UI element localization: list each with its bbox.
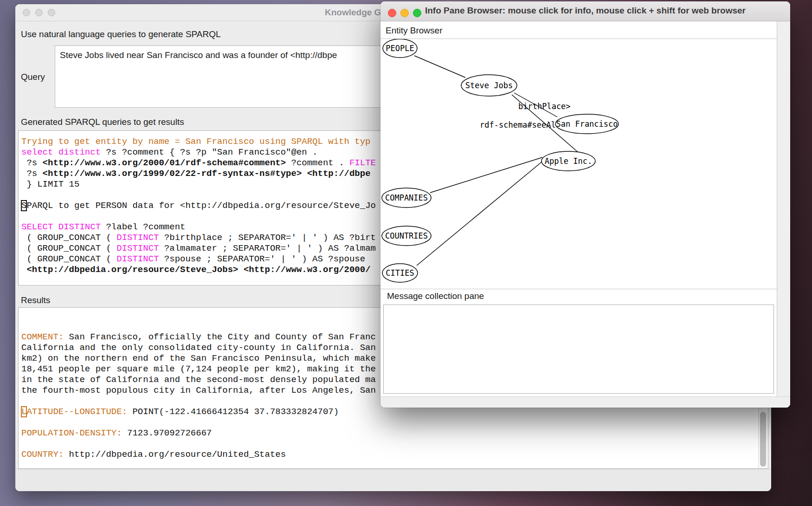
graph-node-people[interactable]: PEOPLE	[383, 39, 417, 58]
code-segment: ?birthplace ; SEPARATOR=' | ' ) AS ?birt	[159, 233, 375, 243]
results-section-label: Results	[21, 295, 50, 305]
graph-edge	[417, 160, 544, 266]
entity-browser-label: Entity Browser	[386, 26, 442, 36]
minimize-button-inactive[interactable]	[35, 9, 43, 16]
graph-edge	[430, 157, 542, 193]
right-gutter	[777, 21, 790, 408]
code-segment: FILTE	[349, 158, 376, 168]
sparql-section-label: Generated SPARQL queries to get results	[21, 117, 184, 127]
svg-text:San Francisco: San Francisco	[556, 119, 618, 129]
nl-query-section-label: Use natural language queries to generate…	[21, 29, 221, 39]
message-pane-label: Message collection pane	[387, 291, 484, 301]
info-pane-browser-window: PEOPLESteve JobsSan FranciscoApple Inc.C…	[380, 1, 790, 408]
graph-node-san-francisco[interactable]: San Francisco	[555, 114, 619, 134]
code-segment: DISTINCT	[116, 254, 159, 264]
code-segment: ?almamater ; SEPARATOR=' | ' ) AS ?almam	[159, 243, 375, 253]
code-segment: DISTINCT	[116, 233, 159, 243]
code-segment: San Francisco, officially the City and C…	[64, 332, 376, 342]
window-title: Info Pane Browser: mouse click for info,…	[380, 6, 790, 16]
close-button-inactive[interactable]	[23, 9, 30, 16]
code-segment: <http://www.w3.org/2000/01/rdf-schema#co…	[43, 158, 286, 168]
code-segment: DISTINCT	[116, 243, 159, 253]
svg-text:PEOPLE: PEOPLE	[386, 44, 414, 53]
code-segment: COMMENT:	[21, 332, 64, 342]
graph-edge-label: birthPlace>	[518, 102, 571, 111]
code-line: POPULATION-DENSITY: 7123.97092726667	[21, 428, 768, 439]
window-footer	[15, 469, 771, 491]
results-scrollbar-thumb[interactable]	[760, 412, 766, 467]
graph-edge-label: rdf-schema#seeAl	[480, 120, 556, 130]
code-segment: S	[21, 201, 26, 211]
code-segment: in the state of California and the secon…	[21, 375, 376, 385]
code-segment: <http://dbpe	[307, 169, 371, 179]
query-input-value: Steve Jobs lived near San Francisco and …	[60, 50, 337, 60]
code-line	[21, 417, 768, 428]
code-segment: } LIMIT 15	[21, 179, 79, 189]
svg-text:COMPANIES: COMPANIES	[385, 193, 428, 202]
code-segment: <http://dbpedia.org/resource/Steve_Jobs>…	[26, 265, 370, 275]
graph-edge	[414, 56, 465, 78]
svg-text:Apple Inc.: Apple Inc.	[545, 156, 592, 166]
code-segment: ?s	[21, 158, 43, 168]
code-segment: COUNTRY:	[21, 449, 64, 460]
code-line: COUNTRY: http://dbpedia.org/resource/Uni…	[21, 449, 768, 460]
code-line	[21, 439, 768, 449]
code-segment: 18,451 people per square mile (7,124 peo…	[21, 364, 376, 374]
code-segment: 7123.97092726667	[122, 428, 212, 438]
graph-node-apple-inc-[interactable]: Apple Inc.	[541, 151, 595, 171]
code-segment: ( GROUP_CONCAT (	[21, 233, 116, 243]
graph-bottom-divider	[380, 289, 777, 289]
code-segment: ?comment .	[286, 158, 349, 168]
graph-edge	[514, 93, 557, 117]
code-segment: ?s ?comment { ?s ?p "San Francisco"@en .	[101, 147, 317, 157]
code-segment: SELECT DISTINCT	[21, 222, 101, 232]
graph-node-cities[interactable]: CITIES	[382, 264, 418, 282]
code-segment: <http://www.w3.org/1999/02/22-rdf-syntax…	[43, 169, 302, 179]
info-pane-titlebar[interactable]: Info Pane Browser: mouse click for info,…	[380, 1, 790, 21]
code-segment: California and the only consolidated cit…	[21, 343, 376, 353]
code-segment: select distinct	[21, 147, 101, 157]
code-segment: ?label ?comment	[101, 222, 185, 232]
graph-node-countries[interactable]: COUNTRIES	[382, 226, 431, 246]
code-segment	[302, 169, 307, 179]
code-segment	[21, 265, 26, 275]
code-segment: the fourth-most populous city in Califor…	[21, 385, 376, 396]
graph-node-companies[interactable]: COMPANIES	[382, 188, 431, 208]
entity-browser-divider	[380, 39, 777, 39]
window-title: Knowledge G	[325, 7, 381, 18]
graph-edge	[512, 95, 579, 153]
code-segment: PARQL to get PERSON data for <http://dbp…	[26, 201, 376, 211]
svg-text:Steve Jobs: Steve Jobs	[465, 81, 513, 90]
code-line	[21, 460, 768, 469]
front-window-footer	[380, 396, 790, 408]
code-segment: ?spouse ; SEPARATOR=' | ' ) AS ?spouse	[159, 254, 365, 264]
code-segment: POINT(-122.41666412354 37.783332824707)	[127, 407, 339, 417]
code-segment: ( GROUP_CONCAT (	[21, 254, 116, 264]
code-segment: POPULATION-DENSITY:	[21, 428, 122, 438]
code-line: LATITUDE--LONGITUDE: POINT(-122.41666412…	[21, 407, 768, 417]
code-segment: ( GROUP_CONCAT (	[21, 243, 116, 253]
code-segment: ?s	[21, 169, 43, 179]
code-segment: L	[21, 407, 26, 417]
code-segment: http://dbpedia.org/resource/United_State…	[64, 449, 286, 460]
message-collection-pane[interactable]	[383, 305, 774, 394]
svg-text:CITIES: CITIES	[386, 268, 414, 278]
query-label: Query	[21, 72, 45, 82]
code-segment: km2) on the northern end of the San Fran…	[21, 353, 376, 363]
code-segment: Trying to get entity by name = San Franc…	[21, 136, 371, 147]
svg-text:COUNTRIES: COUNTRIES	[385, 231, 428, 240]
code-segment: ATITUDE--LONGITUDE:	[26, 407, 127, 417]
graph-node-steve-jobs[interactable]: Steve Jobs	[461, 75, 517, 96]
zoom-button-inactive[interactable]	[48, 9, 55, 16]
